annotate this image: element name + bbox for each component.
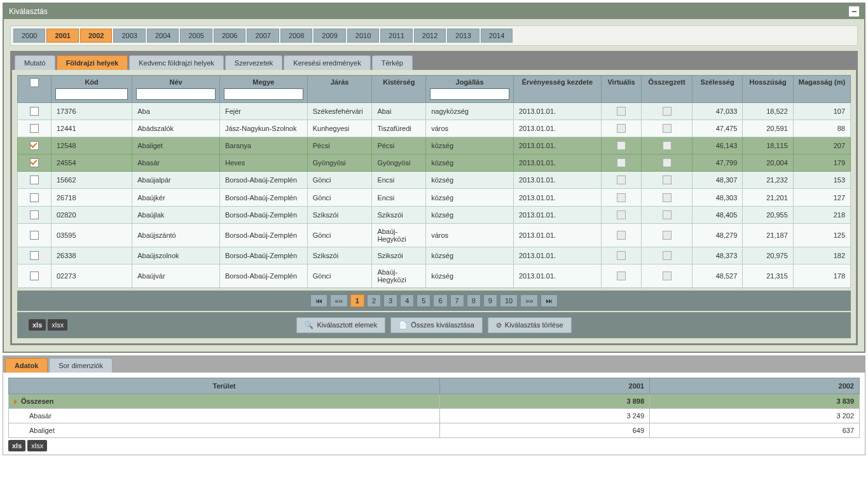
cell-magassag: 218 <box>793 206 850 223</box>
cell-kisterseg: Encsi <box>372 189 426 206</box>
table-row[interactable]: 24554AbasárHevesGyöngyösiGyöngyösiközség… <box>18 154 851 172</box>
pager-page-5[interactable]: 5 <box>417 294 431 307</box>
year-tab-2007[interactable]: 2007 <box>247 29 279 43</box>
col-jogallas[interactable]: Jogállás <box>426 76 514 103</box>
pager-page-1[interactable]: 1 <box>350 294 364 307</box>
col-virtualis[interactable]: Virtuális <box>601 76 642 103</box>
cell-megye: Borsod-Abaúj-Zemplén <box>219 264 307 287</box>
collapse-button[interactable]: − <box>849 6 859 17</box>
col-osszegzett[interactable]: Összegzett <box>642 76 692 103</box>
pager-page-7[interactable]: 7 <box>450 294 464 307</box>
select-all-checkbox[interactable] <box>30 78 39 87</box>
pager-page-4[interactable]: 4 <box>400 294 414 307</box>
cell-magassag: 178 <box>793 264 850 287</box>
row-checkbox[interactable] <box>30 141 39 150</box>
pager-page-9[interactable]: 9 <box>483 294 497 307</box>
table-row[interactable]: 15662AbaújalpárBorsod-Abaúj-ZemplénGönci… <box>18 172 851 189</box>
col-kisterseg[interactable]: Kistérség <box>372 76 426 103</box>
table-row[interactable]: 12441AbádszalókJász-Nagykun-SzolnokKunhe… <box>18 120 851 137</box>
year-tab-2011[interactable]: 2011 <box>380 29 412 43</box>
filter-megye[interactable] <box>224 88 303 100</box>
year-tab-2010[interactable]: 2010 <box>347 29 379 43</box>
col-nev[interactable]: Név <box>132 76 220 103</box>
total-row[interactable]: Összesen3 8983 839 <box>9 394 860 408</box>
export-xls-button-2[interactable]: xls <box>8 440 25 451</box>
col-year1[interactable]: 2001 <box>440 378 650 394</box>
selected-items-button[interactable]: 🔍 Kiválasztott elemek <box>296 317 385 333</box>
year-tab-2006[interactable]: 2006 <box>214 29 245 43</box>
pager-last[interactable]: ⏭ <box>541 294 558 307</box>
data-row[interactable]: Abasár3 2493 202 <box>9 408 860 423</box>
year-tab-2009[interactable]: 2009 <box>313 29 345 43</box>
col-jaras[interactable]: Járás <box>307 76 372 103</box>
table-row[interactable]: 02820AbaújlakBorsod-Abaúj-ZemplénSzikszó… <box>18 206 851 223</box>
col-kod[interactable]: Kód <box>51 76 132 103</box>
year-tab-2000[interactable]: 2000 <box>13 29 45 43</box>
table-row[interactable]: 26338AbaújszolnokBorsod-Abaúj-ZemplénSzi… <box>18 247 851 264</box>
pager-page-3[interactable]: 3 <box>383 294 397 307</box>
row-checkbox[interactable] <box>30 175 39 184</box>
export-xlsx-button-2[interactable]: xlsx <box>27 440 47 451</box>
year-tab-2004[interactable]: 2004 <box>147 29 179 43</box>
col-megye[interactable]: Megye <box>219 76 307 103</box>
cell-hosszusag: 20,955 <box>743 206 793 223</box>
col-erv[interactable]: Érvényesség kezdete <box>513 76 601 103</box>
cell-magassag: 107 <box>793 103 850 120</box>
year-tab-2013[interactable]: 2013 <box>447 29 479 43</box>
row-checkbox[interactable] <box>30 231 39 240</box>
cell-kisterseg: Szikszói <box>372 247 426 264</box>
row-checkbox[interactable] <box>30 158 39 167</box>
year-tab-2002[interactable]: 2002 <box>80 29 112 43</box>
select-all-button[interactable]: 📄 Összes kiválasztása <box>390 317 483 333</box>
pager-next[interactable]: »» <box>520 294 538 307</box>
tab-keresési-eredmények[interactable]: Keresési eredmények <box>284 55 370 70</box>
year-tab-2008[interactable]: 2008 <box>280 29 312 43</box>
row-checkbox[interactable] <box>30 271 39 280</box>
table-row[interactable]: 12548AbaligetBaranyaPécsiPécsiközség2013… <box>18 137 851 154</box>
tab-mutató[interactable]: Mutató <box>15 55 55 70</box>
col-hosszusag[interactable]: Hosszúság <box>743 76 793 103</box>
row-checkbox[interactable] <box>30 107 39 116</box>
pager-page-6[interactable]: 6 <box>433 294 447 307</box>
year-tab-2012[interactable]: 2012 <box>414 29 446 43</box>
filter-jogallas[interactable] <box>430 88 509 100</box>
export-xls-button[interactable]: xls <box>29 319 46 331</box>
pager-first[interactable]: ⏮ <box>310 294 327 307</box>
tab-kedvenc-földrajzi-helyek[interactable]: Kedvenc földrajzi helyek <box>129 55 224 70</box>
table-row[interactable]: 17376AbaFejérSzékesfehérváriAbainagyközs… <box>18 103 851 120</box>
table-row[interactable]: 02273AbaújvárBorsod-Abaúj-ZemplénGönciAb… <box>18 264 851 287</box>
tab-térkép[interactable]: Térkép <box>372 55 413 70</box>
expand-icon[interactable] <box>14 399 17 404</box>
col-terulet[interactable]: Terület <box>9 378 440 394</box>
col-year2[interactable]: 2002 <box>650 378 860 394</box>
col-magassag[interactable]: Magasság (m) <box>793 76 850 103</box>
cell-magassag: 153 <box>793 172 850 189</box>
row-checkbox[interactable] <box>30 251 39 260</box>
filter-kod[interactable] <box>55 88 128 100</box>
row-checkbox[interactable] <box>30 193 39 202</box>
pager-page-10[interactable]: 10 <box>500 294 518 307</box>
table-row[interactable]: 26718AbaújkérBorsod-Abaúj-ZemplénGönciEn… <box>18 189 851 206</box>
cell-magassag: 179 <box>793 154 850 172</box>
filter-nev[interactable] <box>136 88 216 100</box>
year-tab-2003[interactable]: 2003 <box>113 29 145 43</box>
tab-szervezetek[interactable]: Szervezetek <box>225 55 283 70</box>
pager-page-2[interactable]: 2 <box>367 294 381 307</box>
year-tab-2001[interactable]: 2001 <box>46 29 78 43</box>
cell-hosszusag: 21,232 <box>743 172 793 189</box>
export-xlsx-button[interactable]: xlsx <box>48 319 67 331</box>
tab-földrajzi-helyek[interactable]: Földrajzi helyek <box>57 55 128 70</box>
row-checkbox[interactable] <box>30 124 39 133</box>
bottom-tab-adatok[interactable]: Adatok <box>5 358 48 373</box>
data-row[interactable]: Abaliget649637 <box>9 423 860 437</box>
table-row[interactable]: 03595AbaújszántóBorsod-Abaúj-ZemplénGönc… <box>18 223 851 247</box>
bottom-tab-sor-dimenziók[interactable]: Sor dimenziók <box>49 358 113 373</box>
pager-page-8[interactable]: 8 <box>467 294 481 307</box>
year-tab-2014[interactable]: 2014 <box>481 29 513 43</box>
year-tab-2005[interactable]: 2005 <box>180 29 212 43</box>
row-checkbox[interactable] <box>30 210 39 219</box>
clear-selection-button[interactable]: ⊘ Kiválasztás törlése <box>488 317 572 333</box>
pager-prev[interactable]: «« <box>330 294 348 307</box>
col-szelesseg[interactable]: Szélesség <box>692 76 742 103</box>
virtualis-checkbox <box>617 251 626 260</box>
